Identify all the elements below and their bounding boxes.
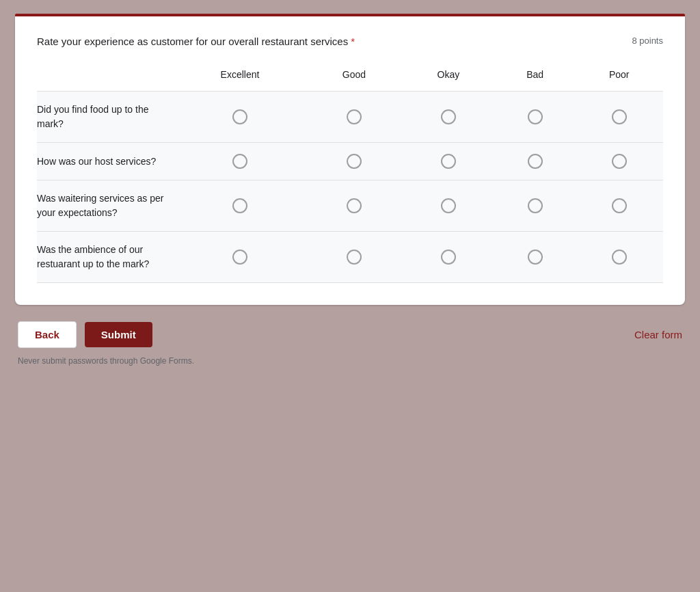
row-label-3: Was waitering services as per your expec… [37, 180, 174, 232]
radio-row4-bad[interactable] [528, 250, 543, 265]
question-title: Rate your experience as customer for our… [37, 36, 618, 47]
radio-cell [306, 92, 402, 143]
required-star: * [351, 36, 355, 47]
col-header-bad: Bad [495, 64, 575, 92]
col-header-excellent: Excellent [174, 64, 306, 92]
radio-row1-okay[interactable] [441, 109, 456, 124]
radio-row4-okay[interactable] [441, 250, 456, 265]
radio-row4-excellent[interactable] [232, 250, 247, 265]
radio-cell [306, 232, 402, 283]
radio-row3-okay[interactable] [441, 198, 456, 213]
radio-cell [402, 143, 495, 180]
radio-cell [575, 180, 663, 232]
radio-cell [495, 180, 575, 232]
radio-cell [495, 232, 575, 283]
radio-row2-poor[interactable] [612, 154, 627, 169]
radio-cell [174, 180, 306, 232]
radio-row1-good[interactable] [347, 109, 362, 124]
rating-grid: Excellent Good Okay Bad Poor Did you fin… [37, 64, 663, 283]
row-label-1: Did you find food up to the mark? [37, 92, 174, 143]
empty-header [37, 64, 174, 92]
radio-row1-poor[interactable] [612, 109, 627, 124]
radio-cell [495, 143, 575, 180]
radio-cell [402, 232, 495, 283]
radio-row2-good[interactable] [347, 154, 362, 169]
table-row: How was our host services? [37, 143, 663, 180]
radio-row3-good[interactable] [347, 198, 362, 213]
page-wrapper: Rate your experience as customer for our… [15, 14, 685, 366]
row-label-2: How was our host services? [37, 143, 174, 180]
footer-bar: Back Submit Clear form [15, 321, 685, 348]
points-label: 8 points [632, 36, 663, 46]
radio-cell [306, 143, 402, 180]
footer-buttons: Back Submit [18, 321, 152, 348]
radio-cell [402, 180, 495, 232]
radio-cell [174, 143, 306, 180]
radio-cell [495, 92, 575, 143]
radio-cell [402, 92, 495, 143]
radio-cell [575, 143, 663, 180]
col-header-good: Good [306, 64, 402, 92]
radio-row2-okay[interactable] [441, 154, 456, 169]
radio-cell [306, 180, 402, 232]
question-title-text: Rate your experience as customer for our… [37, 36, 348, 47]
col-header-okay: Okay [402, 64, 495, 92]
radio-row2-excellent[interactable] [232, 154, 247, 169]
clear-form-button[interactable]: Clear form [634, 329, 682, 340]
col-header-poor: Poor [575, 64, 663, 92]
row-label-4: Was the ambience of our restuarant up to… [37, 232, 174, 283]
radio-row3-bad[interactable] [528, 198, 543, 213]
survey-card: Rate your experience as customer for our… [15, 16, 685, 305]
table-row: Was the ambience of our restuarant up to… [37, 232, 663, 283]
back-button[interactable]: Back [18, 321, 77, 348]
radio-cell [174, 92, 306, 143]
radio-row3-excellent[interactable] [232, 198, 247, 213]
radio-row3-poor[interactable] [612, 198, 627, 213]
question-header: Rate your experience as customer for our… [37, 36, 663, 47]
radio-cell [575, 92, 663, 143]
table-row: Did you find food up to the mark? [37, 92, 663, 143]
radio-row1-bad[interactable] [528, 109, 543, 124]
submit-button[interactable]: Submit [85, 322, 152, 347]
radio-row2-bad[interactable] [528, 154, 543, 169]
radio-cell [575, 232, 663, 283]
radio-row4-poor[interactable] [612, 250, 627, 265]
radio-cell [174, 232, 306, 283]
radio-row1-excellent[interactable] [232, 109, 247, 124]
column-headers-row: Excellent Good Okay Bad Poor [37, 64, 663, 92]
footer-note: Never submit passwords through Google Fo… [15, 356, 685, 366]
radio-row4-good[interactable] [347, 250, 362, 265]
table-row: Was waitering services as per your expec… [37, 180, 663, 232]
